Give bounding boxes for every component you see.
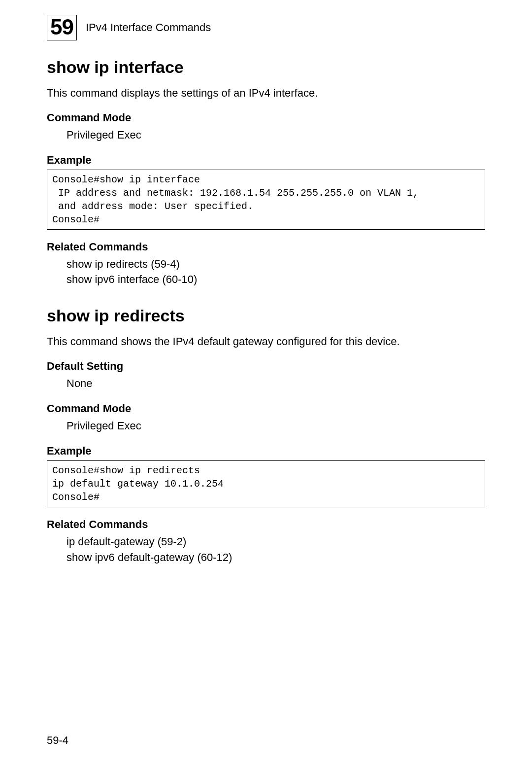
label-related-commands: Related Commands bbox=[47, 518, 485, 531]
value-command-mode: Privileged Exec bbox=[66, 127, 485, 143]
related-command-link: show ipv6 default-gateway (60-12) bbox=[66, 550, 485, 565]
related-command-link: show ip redirects (59-4) bbox=[66, 256, 485, 272]
page-number: 59-4 bbox=[47, 734, 68, 747]
related-command-link: show ipv6 interface (60-10) bbox=[66, 272, 485, 287]
label-default-setting: Default Setting bbox=[47, 360, 485, 373]
label-example: Example bbox=[47, 154, 485, 167]
section-description: This command shows the IPv4 default gate… bbox=[47, 334, 485, 349]
value-command-mode: Privileged Exec bbox=[66, 418, 485, 434]
label-command-mode: Command Mode bbox=[47, 111, 485, 124]
chapter-number-box: 59 bbox=[47, 15, 77, 40]
chapter-title: IPv4 Interface Commands bbox=[86, 21, 211, 34]
label-example: Example bbox=[47, 445, 485, 457]
section-title: show ip redirects bbox=[47, 306, 485, 325]
section-description: This command displays the settings of an… bbox=[47, 86, 485, 101]
document-page: 59 IPv4 Interface Commands show ip inter… bbox=[0, 0, 532, 774]
value-default-setting: None bbox=[66, 376, 485, 391]
section-show-ip-interface: show ip interface This command displays … bbox=[47, 58, 485, 287]
label-related-commands: Related Commands bbox=[47, 241, 485, 253]
code-example: Console#show ip interface IP address and… bbox=[47, 170, 485, 230]
related-command-link: ip default-gateway (59-2) bbox=[66, 534, 485, 550]
section-show-ip-redirects: show ip redirects This command shows the… bbox=[47, 306, 485, 565]
section-title: show ip interface bbox=[47, 58, 485, 77]
running-header: 59 IPv4 Interface Commands bbox=[47, 15, 485, 40]
label-command-mode: Command Mode bbox=[47, 402, 485, 415]
code-example: Console#show ip redirects ip default gat… bbox=[47, 460, 485, 507]
